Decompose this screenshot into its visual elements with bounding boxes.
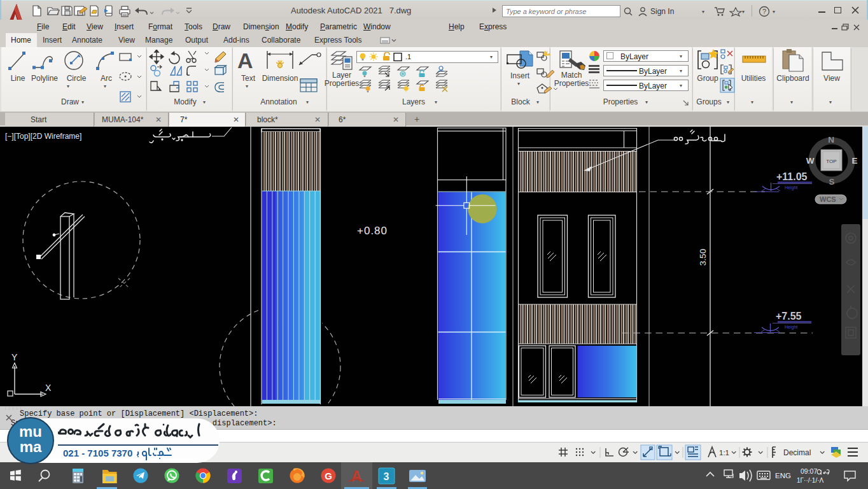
svg-text:+7.55: +7.55 <box>776 311 802 322</box>
svg-text:W: W <box>806 156 815 166</box>
svg-text:Decimal: Decimal <box>783 448 811 457</box>
svg-text:S: S <box>829 177 834 187</box>
svg-text:?: ? <box>762 8 766 15</box>
svg-text:1:1: 1:1 <box>719 449 729 457</box>
svg-text:A: A <box>351 468 362 485</box>
svg-text:Height: Height <box>785 325 797 330</box>
svg-text:+0.80: +0.80 <box>357 225 388 237</box>
svg-text:[−][Top][2D Wireframe]: [−][Top][2D Wireframe] <box>5 132 81 141</box>
svg-text:TOP: TOP <box>826 159 836 164</box>
svg-text:3: 3 <box>384 471 389 482</box>
svg-text:3.50: 3.50 <box>698 249 708 266</box>
svg-text:X: X <box>45 383 52 393</box>
svg-text:ENG: ENG <box>775 472 791 479</box>
svg-text:G: G <box>325 471 332 481</box>
svg-text:09:07: 09:07 <box>801 467 817 475</box>
svg-text:E: E <box>851 156 857 166</box>
svg-text:N: N <box>828 135 834 145</box>
svg-text:Height: Height <box>785 185 797 190</box>
svg-text:+11.05: +11.05 <box>776 171 808 182</box>
svg-text:Y: Y <box>11 352 18 362</box>
svg-text:WCS: WCS <box>820 195 836 203</box>
svg-text:.1: .1 <box>405 53 411 60</box>
svg-text:1Γ··/·1/·Λ: 1Γ··/·1/·Λ <box>797 477 824 484</box>
